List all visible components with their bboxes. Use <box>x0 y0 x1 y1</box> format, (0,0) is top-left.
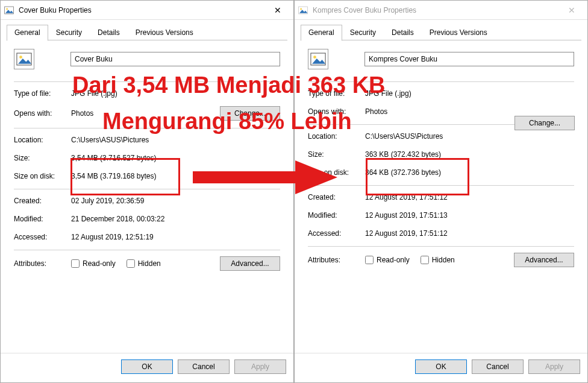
tabrow: General Security Details Previous Versio… <box>295 20 587 40</box>
size-on-disk-value: 3,54 MB (3.719.168 bytes) <box>71 172 280 180</box>
titlebar[interactable]: Cover Buku Properties ✕ <box>1 1 293 20</box>
created-label: Created: <box>14 197 71 205</box>
hidden-checkbox[interactable]: Hidden <box>421 256 455 264</box>
modified-label: Modified: <box>14 215 71 223</box>
accessed-label: Accessed: <box>14 233 71 241</box>
advanced-button[interactable]: Advanced... <box>514 253 574 267</box>
change-button[interactable]: Change... <box>220 106 280 121</box>
type-of-file-label: Type of file: <box>308 89 365 98</box>
tab-details[interactable]: Details <box>90 25 128 40</box>
created-value: 12 August 2019, 17:51:12 <box>365 193 574 201</box>
apply-button[interactable]: Apply <box>234 359 286 374</box>
attributes-label: Attributes: <box>14 259 71 268</box>
apply-button[interactable]: Apply <box>528 359 580 374</box>
close-icon[interactable]: ✕ <box>560 1 584 19</box>
type-of-file-value: JPG File (.jpg) <box>365 89 574 98</box>
titlebar[interactable]: Kompres Cover Buku Properties ✕ <box>295 1 587 20</box>
created-label: Created: <box>308 193 365 201</box>
readonly-checkbox[interactable]: Read-only <box>365 256 410 264</box>
properties-dialog-right: Kompres Cover Buku Properties ✕ General … <box>294 0 588 383</box>
svg-point-1 <box>6 8 8 10</box>
tab-content: Type of file:JPG File (.jpg) Opens with:… <box>1 40 293 353</box>
button-bar: OK Cancel Apply <box>1 353 293 382</box>
tab-previous-versions[interactable]: Previous Versions <box>422 25 495 40</box>
location-value: C:\Users\ASUS\Pictures <box>365 132 574 141</box>
accessed-value: 12 August 2019, 12:51:19 <box>71 233 280 241</box>
picture-icon <box>298 5 308 15</box>
ok-button[interactable]: OK <box>415 359 467 374</box>
opens-with-label: Opens with: <box>14 109 71 118</box>
attributes-label: Attributes: <box>308 256 365 264</box>
tab-security[interactable]: Security <box>342 25 384 40</box>
type-of-file-label: Type of file: <box>14 89 71 98</box>
svg-point-4 <box>19 55 22 59</box>
filename-input[interactable] <box>364 52 574 66</box>
ok-button[interactable]: OK <box>121 359 173 374</box>
opens-with-value: Photos <box>71 109 220 118</box>
modified-value: 21 December 2018, 00:03:22 <box>71 215 280 223</box>
tab-security[interactable]: Security <box>48 25 90 40</box>
cancel-button[interactable]: Cancel <box>178 359 230 374</box>
opens-with-label: Opens with: <box>308 107 365 116</box>
accessed-value: 12 August 2019, 17:51:12 <box>365 229 574 238</box>
close-icon[interactable]: ✕ <box>266 1 290 19</box>
tab-content: Type of file:JPG File (.jpg) Opens with:… <box>295 40 587 353</box>
button-bar: OK Cancel Apply <box>295 353 587 382</box>
svg-point-7 <box>300 8 302 10</box>
hidden-checkbox[interactable]: Hidden <box>127 259 161 268</box>
tab-previous-versions[interactable]: Previous Versions <box>128 25 201 40</box>
size-value: 3,54 MB (3.716.527 bytes) <box>71 154 280 162</box>
type-of-file-value: JPG File (.jpg) <box>71 89 280 98</box>
size-label: Size: <box>14 154 71 162</box>
change-button-right[interactable]: Change... <box>514 116 575 130</box>
svg-point-10 <box>313 55 316 59</box>
accessed-label: Accessed: <box>308 229 365 238</box>
tabrow: General Security Details Previous Versio… <box>1 20 293 40</box>
created-value: 02 July 2019, 20:36:59 <box>71 197 280 205</box>
window-title: Cover Buku Properties <box>19 6 266 14</box>
size-on-disk-label: Size on disk: <box>14 172 71 180</box>
filename-input[interactable] <box>70 52 280 66</box>
size-on-disk-value: 364 KB (372.736 bytes) <box>365 168 574 177</box>
tab-details[interactable]: Details <box>384 25 422 40</box>
tab-general[interactable]: General <box>7 25 48 41</box>
modified-label: Modified: <box>308 211 365 220</box>
tab-general[interactable]: General <box>301 25 342 41</box>
location-label: Location: <box>14 136 71 144</box>
file-type-icon <box>308 49 328 69</box>
window-title: Kompres Cover Buku Properties <box>313 6 560 14</box>
advanced-button[interactable]: Advanced... <box>220 256 280 271</box>
picture-icon <box>4 5 14 15</box>
opens-with-value: Photos <box>365 107 574 116</box>
location-value: C:\Users\ASUS\Pictures <box>71 136 280 144</box>
modified-value: 12 August 2019, 17:51:13 <box>365 211 574 220</box>
size-on-disk-label: Size on disk: <box>308 168 365 177</box>
properties-dialog-left: Cover Buku Properties ✕ General Security… <box>0 0 294 383</box>
size-value: 363 KB (372.432 bytes) <box>365 150 574 159</box>
cancel-button[interactable]: Cancel <box>472 359 524 374</box>
size-label: Size: <box>308 150 365 159</box>
readonly-checkbox[interactable]: Read-only <box>71 259 116 268</box>
location-label: Location: <box>308 132 365 141</box>
file-type-icon <box>14 49 34 69</box>
